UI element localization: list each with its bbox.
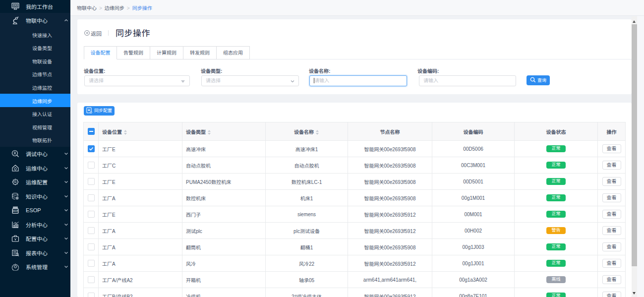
svg-text:ESOP: ESOP	[12, 210, 18, 212]
